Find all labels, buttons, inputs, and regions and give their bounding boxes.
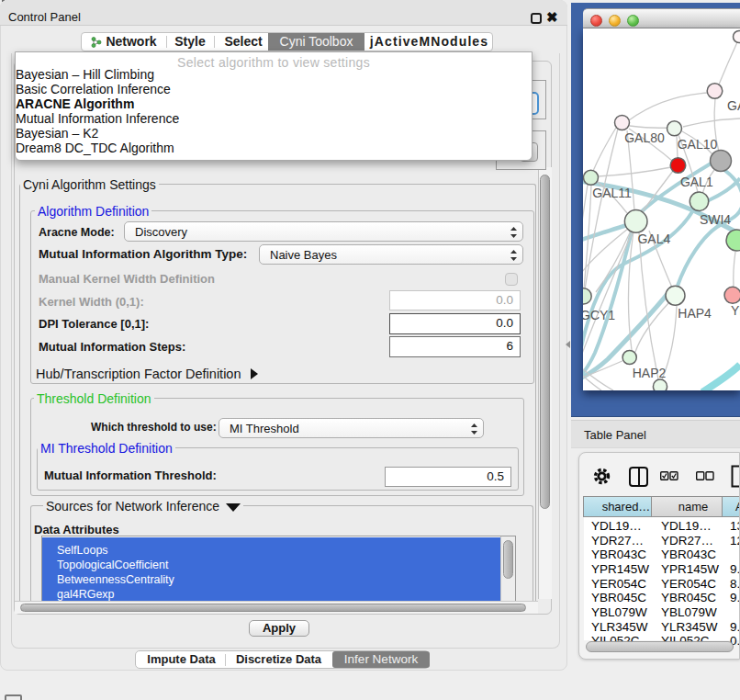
svg-text:GAL80: GAL80	[624, 130, 665, 145]
svg-text:GCY1: GCY1	[583, 308, 615, 322]
svg-text:YM: YM	[731, 303, 740, 318]
svg-text:SWI4: SWI4	[700, 212, 731, 227]
svg-text:GAL1: GAL1	[680, 175, 713, 189]
svg-text:GAL11: GAL11	[592, 186, 632, 200]
svg-text:GAL2: GAL2	[727, 98, 740, 113]
svg-text:HAP4: HAP4	[678, 306, 712, 321]
svg-text:HAP2: HAP2	[633, 366, 667, 380]
svg-text:GAL4: GAL4	[637, 231, 670, 246]
svg-text:GAL10: GAL10	[678, 137, 718, 152]
